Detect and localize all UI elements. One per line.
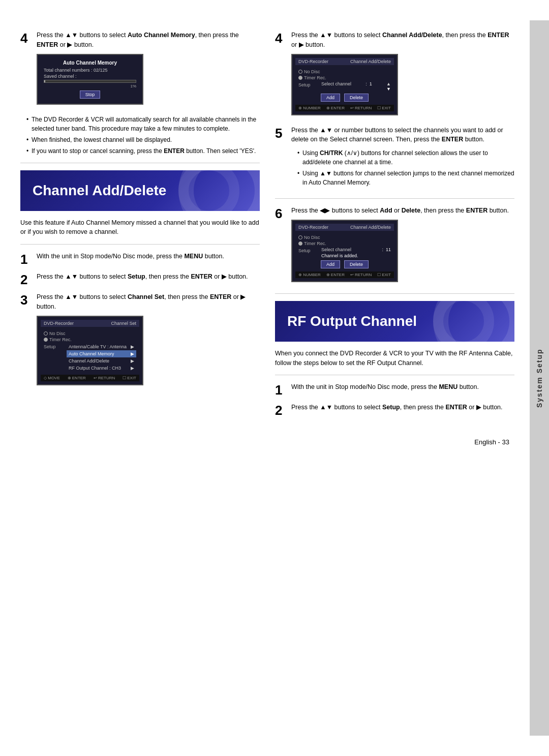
screen-cs-title-right: Channel Set <box>111 321 136 326</box>
step2-bold2: ENTER <box>191 273 212 280</box>
footer-exit2: ☐ EXIT <box>377 106 391 110</box>
screen-cs-title-left: DVD-Recorder <box>44 321 74 326</box>
rf-step1-text: With the unit in Stop mode/No Disc mode,… <box>291 382 514 392</box>
menu-item-1-arrow: ▶ <box>131 351 134 356</box>
rf-step2-mid: , then press the <box>400 404 446 411</box>
step4-left-bullets: The DVD Recorder & VCR will automaticall… <box>26 115 260 156</box>
footer-return2: ↩ RETURN <box>350 106 372 110</box>
step2-prefix: Press the ▲▼ buttons to select <box>37 273 128 280</box>
timer-rec-r1: Timer Rec. <box>304 75 326 80</box>
sidebar-label: System Setup <box>535 348 543 408</box>
rf-step2-bold2: ENTER <box>445 404 467 411</box>
added-msg: Channel is added. <box>321 253 391 258</box>
step6-after: button. <box>487 207 509 214</box>
select-label-b: Select channel <box>321 247 351 252</box>
step6-right-number: 6 <box>275 207 286 220</box>
bullet-s5-0-bold: CH/TRK <box>320 149 343 157</box>
timer-rec-b1: Timer Rec. <box>304 241 326 246</box>
footer-enter2: ⊕ ENTER <box>326 106 345 110</box>
divider-right-3 <box>275 375 514 375</box>
divider-2 <box>20 244 260 245</box>
menu-item-2: Channel Add/Delete ▶ <box>67 357 136 365</box>
rf-step1-number: 1 <box>275 383 286 397</box>
step5-right-content: Press the ▲▼ or number buttons to select… <box>291 126 514 192</box>
select-value: : 1 <box>365 81 372 86</box>
step2-left-number: 2 <box>20 273 32 286</box>
step2-bold1: Setup <box>128 273 145 280</box>
rf-output-channel-title: RF Output Channel <box>287 313 417 329</box>
menu-item-0: Antenna/Cable TV : Antenna ▶ <box>67 343 136 350</box>
step3-left-content: Press the ▲▼ buttons to select Channel S… <box>37 292 260 389</box>
select-channel-row: Select channel : 1 ▲ <box>321 81 391 86</box>
add-btn-bot: Add <box>321 260 340 268</box>
rf-step1-prefix: With the unit in Stop mode/No Disc mode,… <box>291 383 439 390</box>
footer-number: ⊕ NUMBER <box>298 106 321 110</box>
rf-output-intro: When you connect the DVD Recorder & VCR … <box>275 349 514 368</box>
step6-right-content: Press the ◀▶ buttons to select Add or De… <box>291 206 514 286</box>
footer-return: ↩ RETURN <box>94 376 115 380</box>
screen-ch-bot-select: Select channel : 11 Channel is added. <box>321 247 391 258</box>
step5-bullets: Using CH/TRK (∧/∨) buttons for channel s… <box>297 148 514 187</box>
step1-left: 1 With the unit in Stop mode/No Disc mod… <box>20 252 260 266</box>
step1-bold: MENU <box>184 253 203 260</box>
screen-ch-bot-right: Channel Add/Delete <box>350 225 391 230</box>
rf-step1-bold: MENU <box>439 383 458 390</box>
bullet-item: The DVD Recorder & VCR will automaticall… <box>26 115 260 133</box>
screen-cs-dots: No Disc <box>44 331 136 336</box>
screen-ch-top-footer: ⊕ NUMBER ⊕ ENTER ↩ RETURN ☐ EXIT <box>295 105 394 111</box>
screen-channel-set: DVD-Recorder Channel Set No Disc <box>37 316 143 385</box>
menu-item-3-arrow: ▶ <box>131 366 134 371</box>
step3-mid: , then press the <box>164 293 210 300</box>
step4-left-bold2: ENTER <box>37 41 58 48</box>
down-arrow-row: ▼ <box>321 86 391 92</box>
footer-return-b: ↩ RETURN <box>350 273 372 277</box>
screen-acm-row2: Saved channel : <box>44 74 136 79</box>
footer-number-b: ⊕ NUMBER <box>298 273 321 277</box>
step4-right: 4 Press the ▲▼ buttons to select Channel… <box>275 31 514 119</box>
screen-ch-top-body: No Disc Timer Rec. Setup <box>295 67 394 103</box>
channel-add-delete-header: Channel Add/Delete <box>20 170 260 211</box>
step3-left: 3 Press the ▲▼ buttons to select Channel… <box>20 292 260 389</box>
screen-ch-top-dots: No Disc <box>298 69 391 74</box>
rf-step1-content: With the unit in Stop mode/No Disc mode,… <box>291 382 514 396</box>
step4-right-number: 4 <box>275 32 286 45</box>
menu-item-0-label: Antenna/Cable TV : Antenna <box>69 344 127 349</box>
step4-left-or: or ▶ button. <box>58 41 94 48</box>
screen-acm-pct: 1% <box>44 84 136 88</box>
dot-r2 <box>298 76 302 80</box>
step4-left-number: 4 <box>20 32 32 45</box>
down-arrow: ▼ <box>386 86 391 92</box>
menu-item-0-arrow: ▶ <box>131 344 134 349</box>
setup-b1: Setup <box>298 247 321 253</box>
rf-step1-suffix: button. <box>458 383 479 390</box>
screen-cs-footer: ◇ MOVE ⊕ ENTER ↩ RETURN ☐ EXIT <box>41 375 139 381</box>
select-label: Select channel <box>321 81 351 86</box>
select-channel-row-b: Select channel : 11 <box>321 247 391 252</box>
bullet-step5-1: Using ▲▼ buttons for channel selection j… <box>297 169 514 187</box>
rf-step2-prefix: Press the ▲▼ buttons to select <box>291 404 382 411</box>
step6-right-text: Press the ◀▶ buttons to select Add or De… <box>291 206 514 216</box>
menu-item-3-label: RF Output Channel : CH3 <box>69 366 121 371</box>
step6-prefix: Press the ◀▶ buttons to select <box>291 207 380 214</box>
step4-left-mid: , then press the <box>195 32 239 39</box>
dot1 <box>44 331 48 336</box>
screen-ch-top-header: DVD-Recorder Channel Add/Delete <box>295 58 394 65</box>
step4-right-bold1: Channel Add/Delete <box>382 32 442 39</box>
step1-left-text: With the unit in Stop mode/No Disc mode,… <box>37 252 260 261</box>
rf-step2-text: Press the ▲▼ buttons to select Setup, th… <box>291 403 514 412</box>
rf-step1: 1 With the unit in Stop mode/No Disc mod… <box>275 382 514 397</box>
step4-left-text: Press the ▲▼ buttons to select Auto Chan… <box>37 31 260 50</box>
screen-acm-title: Auto Channel Memory <box>44 60 136 66</box>
step4-right-or: or ▶ button. <box>291 41 325 48</box>
screen-acm-progress-fill <box>44 80 45 82</box>
no-disc-label: No Disc <box>49 331 66 336</box>
page-footer: English - 33 <box>20 438 514 446</box>
screen-ch-bot-dots2: Timer Rec. <box>298 241 391 246</box>
screen-acm-btn-row: Stop <box>44 90 136 99</box>
divider-right-2 <box>275 293 514 294</box>
setup-label: Setup <box>44 343 67 372</box>
bullet-enter-suffix: button. Then select 'YES'. <box>185 147 256 155</box>
divider-1 <box>20 163 260 163</box>
footer-enter-b: ⊕ ENTER <box>326 273 345 277</box>
step5-after: button. <box>463 136 484 143</box>
